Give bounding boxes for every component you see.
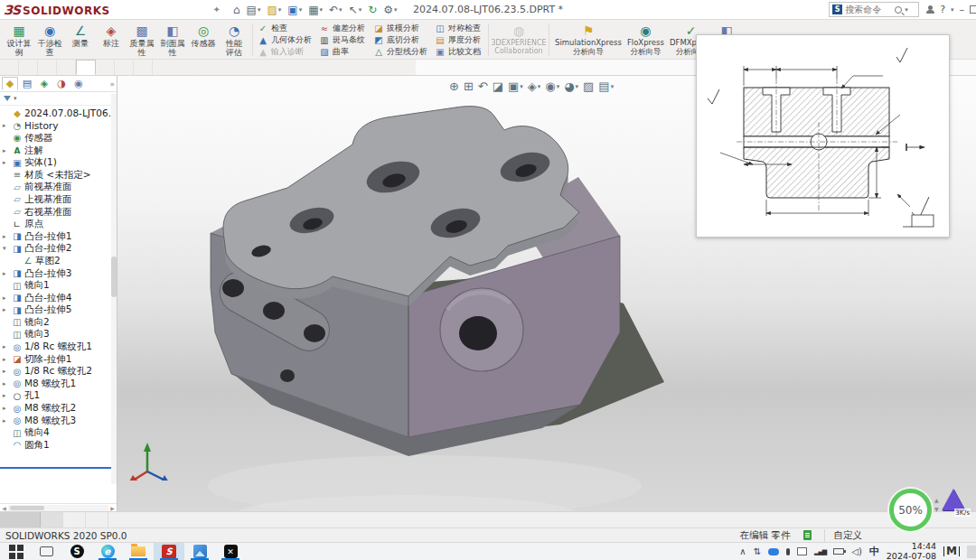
document-tab[interactable] (86, 512, 108, 527)
tree-item[interactable]: ▸ 凸台-拉伸1 (0, 230, 117, 243)
view-tool-icon[interactable]: ▾ (545, 79, 559, 93)
ribbon-button[interactable]: FloXpress 分析向导 (624, 21, 667, 59)
command-tab[interactable] (0, 60, 19, 75)
expand-arrow-icon[interactable]: ▸ (3, 122, 10, 129)
document-tab[interactable] (63, 512, 86, 527)
expand-arrow-icon[interactable]: ▸ (3, 417, 10, 425)
taskbar-app-icon[interactable] (0, 543, 31, 560)
tree-item[interactable]: ▸ 切除-拉伸1 (0, 353, 117, 366)
ribbon-button[interactable]: 拔模分析 (373, 23, 429, 33)
m-app-icon[interactable]: M (943, 546, 960, 556)
ribbon-button[interactable]: 检查 (258, 23, 314, 33)
tree-horizontal-scrollbar[interactable]: ◀ ▶ (0, 503, 117, 511)
save-button[interactable]: ▣▾ (286, 3, 304, 17)
menu-item[interactable] (159, 8, 170, 12)
wifi-icon[interactable]: ▂▄▆ (814, 548, 826, 555)
view-tool-icon[interactable]: ▾ (508, 79, 523, 93)
microphone-icon[interactable] (786, 548, 790, 555)
cloud-icon[interactable] (768, 548, 779, 555)
search-icon[interactable] (895, 6, 902, 14)
ribbon-button[interactable]: SimulationXpress 分析向导 (552, 21, 624, 59)
tree-item[interactable]: ▸ M8 螺纹孔3 (0, 415, 117, 427)
home-button[interactable]: ⌂ (231, 3, 242, 17)
pane-splitter[interactable] (0, 512, 41, 527)
tree-item[interactable]: ▸ 镜向3 (0, 329, 117, 341)
ribbon-button[interactable]: 剖面属性 (157, 21, 188, 59)
view-tool-icon[interactable]: ▾ (598, 79, 614, 93)
expand-arrow-icon[interactable]: ▸ (3, 294, 10, 302)
tree-item[interactable]: ▸ 镜向1 (0, 279, 117, 292)
ribbon-button[interactable]: 底切分析 (373, 34, 429, 45)
tree-item[interactable]: ▸ 原点 (0, 218, 117, 230)
command-search[interactable]: S ▾ (829, 2, 919, 17)
net-speed-overlay[interactable]: 3K/s (942, 489, 965, 510)
expand-arrow-icon[interactable]: ▾ (3, 245, 10, 252)
search-input[interactable] (845, 5, 892, 14)
ribbon-button[interactable]: 设计算例 (4, 21, 34, 59)
expand-arrow-icon[interactable]: ▸ (3, 306, 10, 313)
open-button[interactable]: ▨▾ (265, 3, 283, 17)
featuremanager-tab-icon[interactable]: ◆ (2, 77, 18, 90)
taskbar-app-icon[interactable]: S (61, 543, 92, 560)
volume-icon[interactable]: ◁) (851, 546, 862, 556)
expand-arrow-icon[interactable]: ▸ (3, 356, 10, 363)
command-tab[interactable] (38, 60, 57, 75)
command-tab[interactable] (57, 60, 76, 75)
expand-arrow-icon[interactable]: ▸ (3, 233, 10, 240)
menu-item[interactable] (121, 8, 132, 12)
pin-icon[interactable]: ✦ (213, 5, 221, 14)
tree-item[interactable]: ▸ History (0, 120, 117, 133)
ribbon-button[interactable]: 性能评估 (219, 21, 249, 59)
tree-item[interactable]: ▸ 右视基准面 (0, 206, 117, 219)
tree-item[interactable]: ▸ 实体(1) (0, 156, 117, 169)
undo-button[interactable]: ↶▾ (327, 3, 344, 17)
expand-arrow-icon[interactable]: ▸ (3, 380, 10, 387)
tree-item[interactable]: ▸ 孔1 (0, 390, 117, 403)
dimxpertmanager-tab-icon[interactable]: ◑ (53, 77, 70, 90)
command-tab[interactable] (134, 60, 153, 75)
tree-item[interactable]: ▸ 凸台-拉伸5 (0, 304, 117, 317)
displaymanager-tab-icon[interactable]: ◉ (70, 77, 87, 90)
login-icon[interactable] (926, 5, 934, 14)
customize-button[interactable]: 自定义 (824, 529, 863, 542)
options-button[interactable]: ⚙▾ (381, 3, 399, 17)
document-tab[interactable] (41, 512, 63, 527)
expand-arrow-icon[interactable]: ▸ (3, 343, 10, 350)
scroll-left-icon[interactable]: ◀ (0, 505, 8, 511)
tree-item[interactable]: ▸ 凸台-拉伸4 (0, 292, 117, 304)
taskbar-app-icon[interactable]: S (154, 543, 184, 560)
maximize-button[interactable] (970, 5, 976, 14)
view-tool-icon[interactable]: ▾ (528, 79, 541, 93)
expand-arrow-icon[interactable]: ▸ (3, 368, 10, 375)
print-button[interactable]: ▦▾ (306, 3, 324, 17)
tree-vertical-scrollbar[interactable] (111, 94, 117, 484)
select-button[interactable]: ↖▾ (347, 3, 364, 17)
tree-item[interactable]: ▸ 前视基准面 (0, 182, 117, 194)
picture-icon[interactable] (797, 547, 807, 555)
ribbon-button[interactable]: 分型线分析 (373, 46, 429, 57)
tree-item[interactable]: ▸ 草图2 (0, 255, 117, 267)
expand-arrow-icon[interactable]: ▸ (3, 392, 10, 399)
menu-item[interactable] (146, 8, 157, 12)
tree-item[interactable]: ▸ 镜向4 (0, 426, 117, 439)
tree-item[interactable]: ▸ 传感器 (0, 132, 117, 145)
menu-item[interactable] (134, 8, 145, 12)
ribbon-button[interactable]: 斑马条纹 (319, 34, 368, 45)
manager-tabs-overflow-icon[interactable]: » (109, 79, 115, 89)
tree-item[interactable]: ▸ M8 螺纹孔2 (0, 402, 117, 415)
command-tab[interactable] (115, 60, 134, 75)
tree-item[interactable]: ▸ 2024.07.08-LJT06.23 (默认< (0, 107, 117, 120)
tree-item[interactable]: ▸ 1/8 Rc 螺纹孔2 (0, 365, 117, 378)
tray-chevron-icon[interactable]: ∧ (739, 546, 746, 556)
view-tool-icon[interactable]: ▾ (493, 79, 503, 93)
tree-filter-row[interactable]: ▾ (0, 92, 117, 106)
menu-item[interactable] (197, 8, 208, 12)
taskbar-app-icon[interactable]: ✕ (215, 543, 246, 560)
configurationmanager-tab-icon[interactable]: ◈ (36, 77, 52, 90)
ribbon-button[interactable]: 测量 (65, 21, 96, 59)
tree-item[interactable]: ▸ 圆角1 (0, 439, 117, 452)
taskbar-app-icon[interactable] (184, 543, 215, 560)
tray-updown-icon[interactable]: ⇅ (754, 546, 761, 556)
clock[interactable]: 14:44 2024-07-08 (887, 542, 936, 560)
tree-item[interactable]: ▸ 材质 <未指定> (0, 169, 117, 182)
